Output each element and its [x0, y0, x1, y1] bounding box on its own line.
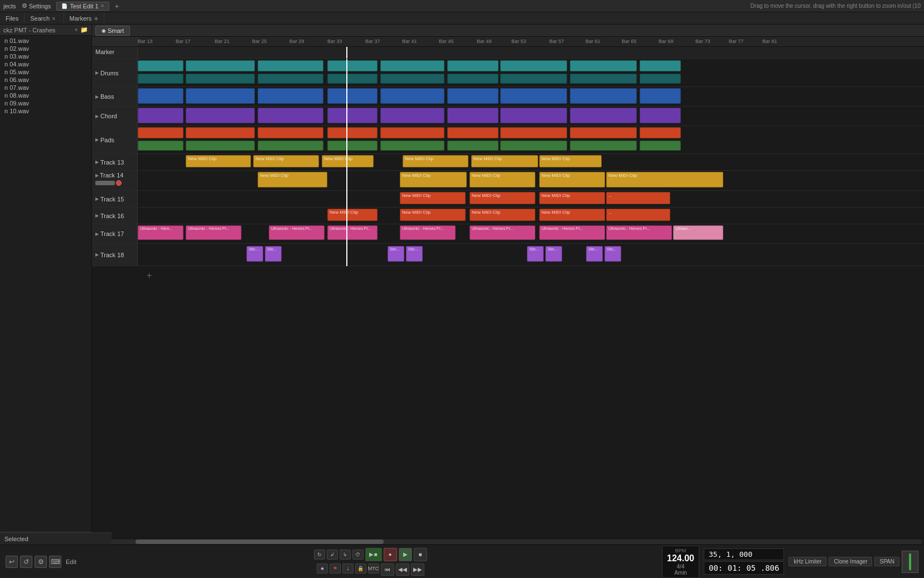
clip[interactable] [447, 60, 499, 71]
clip[interactable] [447, 88, 499, 104]
clip[interactable] [570, 108, 637, 123]
clip[interactable] [327, 108, 378, 123]
span-button[interactable]: SPAN [874, 557, 899, 566]
bass-track-content[interactable] [138, 87, 924, 107]
record-arm-button[interactable]: ⚑ [330, 563, 341, 574]
clip[interactable] [380, 141, 444, 151]
clip[interactable]: Stic... [246, 246, 263, 262]
clip[interactable] [500, 74, 567, 84]
clip[interactable] [258, 74, 323, 84]
clip[interactable]: New MIDI Clip [606, 172, 723, 187]
star-button[interactable]: ★ [317, 563, 328, 574]
clip[interactable] [570, 141, 637, 151]
test-edit-tab[interactable]: 📄 Test Edit 1 × [56, 2, 109, 11]
clip[interactable] [500, 141, 567, 151]
clip[interactable]: New MIDI Clip [327, 209, 378, 221]
track15-label[interactable]: ▶ Track 15 [92, 191, 138, 207]
file-item[interactable]: n 01.wav [0, 37, 91, 45]
clip[interactable]: Stic... [406, 246, 423, 262]
chord-track-label[interactable]: ▶ Chord [92, 107, 138, 126]
clip[interactable] [258, 127, 323, 138]
clip[interactable]: Ultraso... [673, 225, 723, 240]
file-item[interactable]: n 10.wav [0, 107, 91, 115]
clip[interactable]: Ultrasonic - Heroes Pr... [186, 225, 241, 240]
clip[interactable] [380, 88, 444, 104]
settings-link[interactable]: ⚙ Settings [22, 2, 51, 9]
clip[interactable] [447, 127, 499, 138]
track17-content[interactable]: Ultrasonic - Hero... Ultrasonic - Heroes… [138, 224, 924, 244]
clip[interactable]: New MIDI Clip [322, 155, 374, 167]
clip[interactable]: New MIDI Clip [400, 192, 466, 204]
clip[interactable]: New MIDI Clip [470, 172, 535, 187]
clip[interactable]: Ultrasonic - Heroes Pr... [539, 225, 605, 240]
clip[interactable] [327, 88, 378, 104]
clip[interactable] [640, 108, 681, 123]
undo-button[interactable]: ↩ [6, 556, 18, 568]
play-button[interactable]: ▶ [399, 548, 412, 561]
clip[interactable] [447, 141, 499, 151]
clip[interactable]: Ultrasonic - Heroes Pr... [606, 225, 672, 240]
clip[interactable] [138, 60, 183, 71]
clip[interactable] [500, 108, 567, 123]
clip[interactable] [138, 108, 183, 123]
clip[interactable] [380, 108, 444, 123]
drums-track-label[interactable]: ▶ Drums [92, 59, 138, 86]
bass-track-label[interactable]: ▶ Bass [92, 87, 138, 106]
clip[interactable] [258, 108, 323, 123]
clip[interactable]: Ultrasonic - Heroes Pr... [400, 225, 456, 240]
clip[interactable]: Ultrasonic - Heroes Pr... [327, 225, 378, 240]
markers-plus-icon[interactable]: + [94, 14, 98, 23]
punch-out-button[interactable]: ↳ [340, 550, 351, 560]
clip[interactable] [640, 88, 681, 104]
file-item[interactable]: n 08.wav [0, 91, 91, 99]
clip[interactable]: New MIDI Clip [186, 155, 251, 167]
loop-button[interactable]: ↻ [314, 550, 325, 560]
clip[interactable] [380, 74, 444, 84]
bpm-area[interactable]: BPM 124.00 4/4 Amin [662, 546, 699, 578]
track13-content[interactable]: New MIDI Clip New MIDI Clip New MIDI Cli… [138, 154, 924, 171]
new-tab-button[interactable]: + [115, 2, 119, 11]
keyboard-button[interactable]: ⌨ [49, 556, 61, 568]
clip[interactable] [327, 60, 378, 71]
clip[interactable] [327, 141, 378, 151]
clip[interactable]: New MIDI Clip [471, 155, 538, 167]
clone-imager-button[interactable]: Clone Imager [829, 557, 872, 566]
clip[interactable]: Ultrasonic - Heroes Pr... [269, 225, 325, 240]
clip[interactable] [258, 60, 323, 71]
add-track-button[interactable]: + [142, 268, 156, 283]
clip[interactable] [570, 60, 637, 71]
clip[interactable] [258, 141, 323, 151]
clip[interactable] [186, 108, 255, 123]
clip[interactable]: Stic... [604, 246, 621, 262]
files-button[interactable]: Files [0, 12, 25, 24]
redo-button[interactable]: ↺ [20, 556, 32, 568]
punch-in-button[interactable]: ↲ [327, 550, 338, 560]
clip[interactable]: New MIDI Clip [400, 209, 466, 221]
clip[interactable]: New MIDI Clip [258, 172, 327, 187]
clip[interactable]: Ultrasonic - Heroes Pr... [470, 225, 535, 240]
clip[interactable] [327, 74, 378, 84]
clip[interactable] [186, 74, 255, 84]
file-item[interactable]: n 07.wav [0, 84, 91, 91]
meter-display[interactable] [902, 551, 918, 573]
sidebar-folder-icon[interactable]: 📁 [80, 26, 88, 33]
ruler[interactable]: Bar 13 Bar 17 Bar 21 Bar 25 Bar 29 Bar 3… [92, 37, 924, 47]
clip[interactable] [380, 127, 444, 138]
clip[interactable]: ... [606, 192, 670, 204]
markers-button[interactable]: Markers + [64, 12, 105, 24]
file-item[interactable]: n 05.wav [0, 68, 91, 76]
skip-back-button[interactable]: ⏮ [381, 563, 394, 576]
clip[interactable] [500, 60, 567, 71]
track17-label[interactable]: ▶ Track 17 [92, 224, 138, 243]
play-stop-button[interactable]: ▶■ [365, 548, 382, 561]
clip[interactable] [640, 141, 681, 151]
track18-content[interactable]: Stic... Stic... Stic... Stic... Stic... … [138, 244, 924, 266]
clip[interactable] [138, 127, 183, 138]
stop-button[interactable]: ■ [414, 548, 427, 561]
search-close-icon[interactable]: × [50, 15, 57, 22]
track18-label[interactable]: ▶ Track 18 [92, 244, 138, 266]
smart-button[interactable]: ◉ Smart [95, 26, 130, 36]
clip[interactable] [138, 74, 183, 84]
clip[interactable]: New MIDI Clip [539, 172, 605, 187]
clip[interactable] [640, 74, 681, 84]
